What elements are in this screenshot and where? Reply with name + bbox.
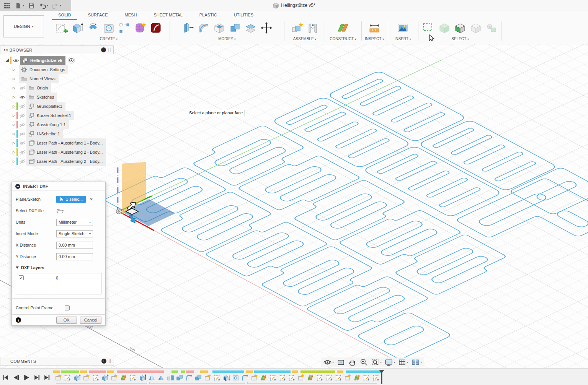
visibility-toggle[interactable] — [19, 131, 26, 137]
cube-duo-icon[interactable] — [485, 21, 498, 35]
panel-grip-icon[interactable]: || — [109, 359, 111, 363]
eye-hidden-icon[interactable] — [19, 140, 26, 146]
open-folder-icon[interactable] — [56, 207, 64, 214]
timeline-feature-extrude2[interactable] — [222, 374, 230, 382]
timeline-feature-fillet[interactable] — [241, 374, 249, 382]
group-label[interactable]: INSPECT ▾ — [362, 37, 387, 41]
look-at-button[interactable] — [336, 358, 346, 367]
eye-hidden-icon[interactable] — [19, 131, 26, 137]
expand-arrow-icon[interactable]: ▷ — [11, 132, 16, 136]
timeline-group-bar[interactable] — [301, 370, 335, 373]
window-select-icon[interactable] — [422, 21, 436, 35]
eye-hidden-icon[interactable] — [19, 103, 26, 110]
ok-button[interactable]: OK — [56, 317, 77, 324]
cube-white-icon[interactable] — [469, 21, 483, 35]
group-label[interactable]: ASSEMBLE ▾ — [286, 37, 323, 41]
timeline-feature-hole[interactable] — [232, 374, 240, 382]
expand-arrow-icon[interactable]: ▷ — [11, 104, 16, 108]
timeline-position-marker[interactable] — [379, 370, 384, 385]
visibility-toggle[interactable] — [19, 149, 26, 156]
timeline-feature-combine[interactable] — [194, 374, 203, 382]
visibility-toggle[interactable] — [19, 103, 26, 110]
cancel-button[interactable]: Cancel — [80, 317, 101, 324]
timeline-feature-component[interactable] — [204, 374, 212, 382]
expand-arrow-icon[interactable]: ▷ — [11, 141, 16, 145]
group-label[interactable]: CREATE ▾ — [50, 37, 168, 41]
shell-icon[interactable] — [212, 21, 226, 35]
tab-solid[interactable]: SOLID — [50, 11, 80, 19]
add-comment-icon[interactable]: + — [101, 359, 106, 364]
plane-selection-chip[interactable]: 1 selec... — [56, 196, 86, 203]
play-button[interactable] — [22, 374, 30, 382]
fillet-icon[interactable] — [197, 21, 211, 35]
hole-icon[interactable] — [102, 21, 116, 35]
browser-row[interactable]: ▷ Laser Path - Aussteifung 1 - Body... — [0, 138, 114, 148]
timeline-feature-sketch[interactable] — [64, 374, 72, 382]
timeline-feature-sketch[interactable] — [316, 374, 324, 382]
tab-plastic[interactable]: PLASTIC — [191, 11, 225, 19]
comments-header[interactable]: COMMENTS + || — [0, 357, 114, 366]
timeline-group-bar[interactable] — [53, 370, 60, 373]
revolve-icon[interactable] — [86, 21, 100, 35]
browser-row[interactable]: ▷ Kurzer Schenkel:1 — [0, 111, 114, 120]
timeline-group-bar[interactable] — [246, 370, 253, 373]
timeline-feature-combine[interactable] — [176, 374, 184, 382]
timeline-feature-component[interactable] — [250, 374, 258, 382]
timeline-group-bar[interactable] — [80, 370, 87, 373]
dialog-header[interactable]: − INSERT DXF — [12, 182, 105, 191]
expanded-arrow-icon[interactable] — [5, 58, 10, 63]
visibility-toggle[interactable] — [19, 85, 26, 91]
minimize-panel-icon[interactable]: − — [101, 47, 106, 52]
group-label[interactable]: CONSTRUCT ▾ — [325, 37, 361, 41]
insert-image-icon[interactable] — [396, 21, 410, 35]
eye-hidden-icon[interactable] — [19, 158, 26, 165]
timeline-group-bar[interactable] — [292, 370, 298, 373]
timeline-feature-component[interactable] — [297, 374, 305, 382]
y-distance-input[interactable]: 0.00 mm — [56, 253, 93, 260]
timeline-feature-component[interactable] — [110, 374, 118, 382]
measure-icon[interactable] — [368, 21, 381, 35]
tab-surface[interactable]: SURFACE — [80, 11, 116, 19]
fit-button[interactable]: ▾ — [370, 358, 382, 367]
visibility-toggle[interactable] — [13, 57, 19, 64]
tab-sheet-metal[interactable]: SHEET METAL — [145, 11, 191, 19]
timeline-feature-sketch[interactable] — [213, 374, 221, 382]
timeline-group-bar[interactable] — [212, 370, 244, 373]
timeline-feature-component[interactable] — [82, 374, 90, 382]
eye-visible-icon[interactable] — [19, 94, 26, 101]
display-settings-button[interactable]: ▾ — [384, 358, 396, 367]
timeline-feature-sketch[interactable] — [129, 374, 137, 382]
expand-arrow-icon[interactable]: ▷ — [11, 68, 16, 71]
visibility-toggle[interactable] — [19, 158, 26, 165]
timeline-feature-joint[interactable] — [167, 374, 175, 382]
timeline-feature-mirror2[interactable] — [157, 374, 165, 382]
collapse-panel-icon[interactable]: ◄◄ — [3, 48, 7, 52]
timeline-feature-sketch[interactable] — [335, 374, 343, 382]
browser-row[interactable]: ▷ U-Scheibe:1 — [0, 129, 114, 138]
tab-utilities[interactable]: UTILITIES — [225, 11, 262, 19]
file-new-button[interactable]: ▾ — [14, 2, 24, 10]
browser-row[interactable]: ▷ Named Views — [0, 74, 114, 83]
browser-row[interactable]: ▷ Grundplatte:1 — [0, 102, 114, 111]
timeline-feature-component[interactable] — [54, 374, 62, 382]
origin-point[interactable] — [116, 209, 121, 214]
visibility-toggle[interactable] — [19, 94, 26, 101]
zoom-button[interactable] — [359, 358, 369, 367]
timeline-feature-plane[interactable] — [260, 374, 268, 382]
expand-arrow-icon[interactable]: ▷ — [11, 159, 16, 163]
timeline-group-bar[interactable] — [186, 370, 194, 373]
undo-button[interactable]: ▾ — [38, 2, 48, 10]
save-button[interactable] — [27, 2, 35, 10]
browser-row[interactable]: ▷ Laser Path - Aussteifung 2 - Body... — [0, 157, 114, 166]
browser-row[interactable]: ▷ Laser Path - Aussteifung 2 - Body... — [0, 148, 114, 157]
timeline-feature-sketch[interactable] — [279, 374, 287, 382]
timeline-feature-extrude[interactable] — [73, 374, 81, 382]
timeline-feature-mirror[interactable] — [148, 374, 156, 382]
units-dropdown[interactable]: Millimeter ▾ — [56, 219, 93, 226]
timeline-group-bar[interactable] — [172, 370, 178, 373]
browser-row[interactable]: Hellingstütze v5 — [0, 56, 114, 65]
timeline-feature-extrude[interactable] — [139, 374, 147, 382]
browser-header[interactable]: ◄◄ BROWSER − || — [0, 45, 114, 54]
insert-mode-dropdown[interactable]: Single Sketch ▾ — [56, 230, 93, 237]
redo-button[interactable]: ▾ — [51, 2, 61, 10]
